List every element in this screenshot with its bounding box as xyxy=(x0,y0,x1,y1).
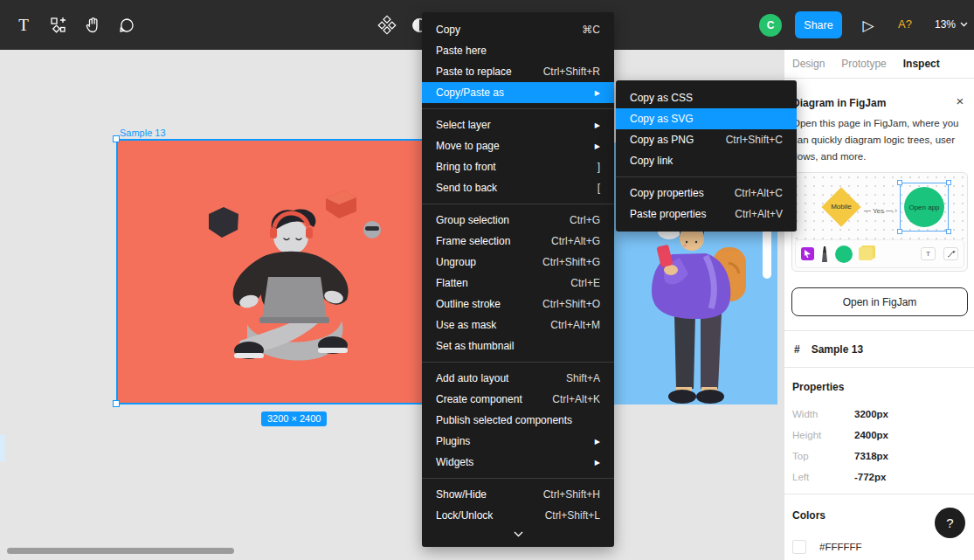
menu-item-shortcut: Ctrl+Alt+K xyxy=(552,393,600,405)
submenu-arrow-icon: ▶ xyxy=(595,89,600,97)
menu-item-label: Plugins xyxy=(436,435,577,447)
menu-item-label: Frame selection xyxy=(436,235,534,247)
menu-item-widgets[interactable]: Widgets ▶ xyxy=(422,452,614,473)
menu-item-set-as-thumbnail[interactable]: Set as thumbnail xyxy=(422,335,614,356)
menu-item-label: Publish selected components xyxy=(436,414,600,426)
menu-item-select-layer[interactable]: Select layer ▶ xyxy=(422,114,614,135)
menu-item-lock-unlock[interactable]: Lock/Unlock Ctrl+Shift+L xyxy=(422,505,614,526)
help-button[interactable]: ? xyxy=(935,508,965,538)
frame-name-label[interactable]: Sample 13 xyxy=(120,128,166,138)
tab-design[interactable]: Design xyxy=(792,58,825,70)
property-label: Height xyxy=(792,430,854,444)
menu-item-ungroup[interactable]: Ungroup Ctrl+Shift+G xyxy=(422,252,614,273)
zoom-control[interactable]: 13% xyxy=(935,18,968,31)
menu-item-show-hide[interactable]: Show/Hide Ctrl+Shift+H xyxy=(422,484,614,505)
property-row-width: Width 3200px xyxy=(792,409,967,423)
selection-handle-top-left[interactable] xyxy=(113,135,120,142)
missing-fonts-indicator[interactable]: A? xyxy=(898,17,912,31)
menu-item-bring-to-front[interactable]: Bring to front ] xyxy=(422,156,614,177)
menu-item-shortcut: Ctrl+Shift+G xyxy=(542,256,600,268)
menu-item-move-to-page[interactable]: Move to page ▶ xyxy=(422,135,614,156)
menu-item-paste-properties[interactable]: Paste properties Ctrl+Alt+V xyxy=(616,204,797,225)
frame-icon: # xyxy=(794,343,800,356)
menu-item-label: Paste to replace xyxy=(436,66,526,78)
share-button[interactable]: Share xyxy=(795,11,842,38)
menu-item-label: Bring to front xyxy=(436,161,580,173)
menu-item-label: Copy as SVG xyxy=(630,113,783,125)
figjam-sticky-note-icon xyxy=(859,247,873,260)
property-value: 2400px xyxy=(854,430,888,444)
menu-item-copy[interactable]: Copy ⌘C xyxy=(422,19,614,40)
divider xyxy=(784,367,974,368)
menu-scroll-more[interactable] xyxy=(422,528,614,540)
diagram-tool-button[interactable] xyxy=(374,12,400,38)
menu-item-paste-to-replace[interactable]: Paste to replace Ctrl+Shift+R xyxy=(422,61,614,82)
menu-item-copy-properties[interactable]: Copy properties Ctrl+Alt+C xyxy=(616,183,797,204)
resources-tool-button[interactable] xyxy=(45,12,72,38)
property-row-top: Top 7318px xyxy=(792,451,967,465)
menu-item-create-component[interactable]: Create component Ctrl+Alt+K xyxy=(422,389,614,410)
menu-item-shortcut: Ctrl+Alt+M xyxy=(550,319,600,331)
color-swatch[interactable] xyxy=(792,540,806,554)
menu-item-copy-as-svg[interactable]: Copy as SVG xyxy=(616,108,797,129)
submenu-arrow-icon: ▶ xyxy=(595,438,600,446)
menu-item-use-as-mask[interactable]: Use as mask Ctrl+Alt+M xyxy=(422,315,614,335)
tab-inspect[interactable]: Inspect xyxy=(903,58,940,70)
menu-item-group-selection[interactable]: Group selection Ctrl+G xyxy=(422,210,614,231)
copy-paste-as-submenu: Copy as CSS Copy as SVG Copy as PNG Ctrl… xyxy=(616,80,797,232)
context-menu: Copy ⌘C Paste here Paste to replace Ctrl… xyxy=(422,12,614,547)
menu-item-plugins[interactable]: Plugins ▶ xyxy=(422,431,614,452)
zoom-level: 13% xyxy=(935,18,956,31)
play-icon: ▷ xyxy=(862,17,874,35)
offscreen-object-sliver xyxy=(0,435,5,461)
figjam-circle-shape: Open app xyxy=(904,187,944,227)
menu-item-shortcut: Ctrl+Alt+G xyxy=(551,235,600,247)
figjam-description: Open this page in FigJam, where you can … xyxy=(792,115,970,165)
menu-item-label: Set as thumbnail xyxy=(436,340,600,352)
horizontal-scrollbar[interactable] xyxy=(7,548,234,554)
tab-prototype[interactable]: Prototype xyxy=(841,58,886,70)
menu-item-label: Flatten xyxy=(436,277,553,289)
figjam-connector: Yes › xyxy=(864,206,897,215)
comment-tool-button[interactable] xyxy=(114,12,140,38)
text-tool-icon: T xyxy=(18,16,29,35)
property-row-left: Left -772px xyxy=(792,472,967,486)
menu-item-frame-selection[interactable]: Frame selection Ctrl+Alt+G xyxy=(422,231,614,252)
property-value: 3200px xyxy=(854,409,888,423)
menu-item-flatten[interactable]: Flatten Ctrl+E xyxy=(422,273,614,294)
menu-item-publish-selected-components[interactable]: Publish selected components xyxy=(422,410,614,431)
menu-item-outline-stroke[interactable]: Outline stroke Ctrl+Shift+O xyxy=(422,294,614,315)
menu-item-label: Lock/Unlock xyxy=(436,509,528,522)
properties-heading: Properties xyxy=(792,381,844,393)
menu-item-shortcut: Ctrl+Alt+V xyxy=(735,208,783,220)
menu-item-shortcut: [ xyxy=(598,182,600,194)
open-in-figjam-button[interactable]: Open in FigJam xyxy=(791,287,968,316)
menu-item-label: Send to back xyxy=(436,182,580,194)
menu-item-copy-link[interactable]: Copy link xyxy=(616,150,797,171)
menu-item-add-auto-layout[interactable]: Add auto layout Shift+A xyxy=(422,368,614,389)
menu-item-label: Paste here xyxy=(436,45,600,57)
close-icon[interactable]: × xyxy=(952,93,968,109)
menu-item-paste-here[interactable]: Paste here xyxy=(422,40,614,61)
menu-item-copy-as-png[interactable]: Copy as PNG Ctrl+Shift+C xyxy=(616,129,797,150)
avatar[interactable]: C xyxy=(759,14,782,37)
menu-item-label: Copy xyxy=(436,24,564,36)
menu-item-shortcut: Ctrl+Shift+O xyxy=(542,298,600,310)
selection-handle-bottom-left[interactable] xyxy=(113,400,120,407)
menu-item-send-to-back[interactable]: Send to back [ xyxy=(422,177,614,198)
menu-item-copy-paste-as[interactable]: Copy/Paste as ▶ xyxy=(422,82,614,103)
text-tool-button[interactable]: T xyxy=(10,12,37,38)
menu-divider xyxy=(422,108,614,109)
menu-item-label: Paste properties xyxy=(630,208,717,220)
hand-tool-button[interactable] xyxy=(79,12,106,38)
figjam-marker-icon xyxy=(820,246,829,262)
menu-item-label: Show/Hide xyxy=(436,488,526,501)
menu-item-copy-as-css[interactable]: Copy as CSS xyxy=(616,87,797,108)
figjam-connector-label: Yes xyxy=(873,207,884,215)
menu-item-label: Ungroup xyxy=(436,256,525,268)
figjam-cursor-icon xyxy=(801,247,814,260)
menu-item-label: Select layer xyxy=(436,119,577,131)
menu-item-shortcut: Ctrl+E xyxy=(570,277,600,289)
menu-item-shortcut: Ctrl+Shift+H xyxy=(543,488,600,501)
present-button[interactable]: ▷ xyxy=(856,13,881,38)
